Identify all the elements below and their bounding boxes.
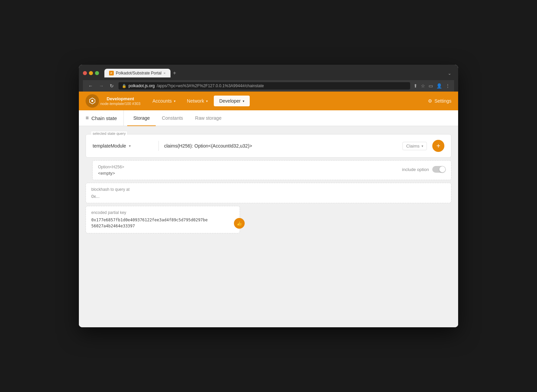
option-type-label: Option<H256>	[98, 165, 124, 169]
nav-accounts[interactable]: Accounts ▾	[147, 96, 181, 106]
browser-tab[interactable]: P Polkadot/Substrate Portal ×	[104, 69, 170, 77]
profile-icon[interactable]: 👤	[436, 83, 442, 89]
tab-storage[interactable]: Storage	[127, 111, 156, 126]
address-bar-row: ← → ↻ 🔒 polkadot.js.org /apps/?rpc=ws%3A…	[83, 80, 454, 92]
tab-close-btn[interactable]: ×	[163, 71, 165, 75]
new-tab-btn[interactable]: +	[170, 68, 179, 78]
blockhash-input[interactable]	[91, 194, 446, 199]
app-logo	[86, 94, 99, 108]
lock-icon: 🔒	[122, 84, 127, 88]
claims-caret-icon: ▾	[422, 144, 423, 148]
browser-actions: ⬆ ☆ ▭ 👤 ⋮	[413, 83, 450, 89]
encoded-key-value: 0x177e6857fb1d0e409376122fee3ad4f89c5d79…	[91, 217, 234, 229]
option-value-label: <empty>	[98, 171, 124, 176]
claims-dropdown[interactable]: Claims ▾	[402, 142, 427, 150]
option-card: Option<H256> <empty> include option	[92, 160, 451, 180]
accounts-caret-icon: ▾	[174, 99, 176, 103]
nav-menu: Accounts ▾ Network ▾ Developer ▾ ⚙ Setti…	[147, 96, 451, 106]
module-caret-icon: ▾	[129, 144, 131, 148]
nav-network[interactable]: Network ▾	[182, 96, 213, 106]
tab-title: Polkadot/Substrate Portal	[116, 71, 161, 75]
svg-point-1	[91, 100, 93, 102]
nav-developer[interactable]: Developer ▾	[214, 96, 250, 106]
chain-state-icon: ≡	[86, 115, 89, 121]
browser-menu-btn[interactable]: ⌄	[448, 71, 454, 76]
query-card: selected state query templateModule ▾ cl…	[86, 134, 451, 158]
network-info: Development node-template/100 #303	[100, 96, 140, 106]
tab-favicon: P	[109, 71, 114, 75]
app-content: Development node-template/100 #303 Accou…	[79, 92, 458, 327]
include-option-label: include option	[402, 167, 429, 172]
browser-window: P Polkadot/Substrate Portal × + ⌄ ← → ↻ …	[79, 65, 458, 327]
nav-settings[interactable]: ⚙ Settings	[428, 98, 451, 104]
network-caret-icon: ▾	[206, 99, 208, 103]
share-icon[interactable]: ⬆	[413, 83, 418, 89]
toggle-knob	[439, 166, 445, 172]
forward-btn[interactable]: →	[98, 82, 105, 89]
encoded-key-label: encoded partial key	[91, 210, 234, 215]
network-sub: node-template/100 #303	[100, 102, 140, 106]
query-section-label: selected state query	[91, 131, 127, 135]
copy-key-btn[interactable]: 👍	[234, 218, 245, 229]
sidebar-icon[interactable]: ▭	[429, 83, 433, 89]
main-content: selected state query templateModule ▾ cl…	[79, 126, 458, 327]
address-bar[interactable]: 🔒 polkadot.js.org /apps/?rpc=ws%3A%2F%2F…	[118, 82, 410, 90]
nav-bar: Development node-template/100 #303 Accou…	[79, 92, 458, 110]
bookmark-icon[interactable]: ☆	[421, 83, 425, 89]
query-separator	[158, 141, 159, 151]
sub-nav-tabs: Storage Constants Raw storage	[127, 111, 228, 126]
close-traffic-light[interactable]	[83, 71, 87, 75]
blockhash-label: blockhash to query at	[91, 187, 446, 192]
blockhash-text-input[interactable]	[91, 194, 446, 199]
chain-state-label: ≡ Chain state	[86, 110, 124, 126]
add-query-btn[interactable]: +	[432, 140, 444, 152]
url-path: /apps/?rpc=ws%3A%2F%2F127.0.0.1%3A9944#/…	[157, 83, 264, 88]
network-name: Development	[100, 96, 140, 102]
include-option-toggle[interactable]	[432, 166, 446, 173]
more-icon[interactable]: ⋮	[445, 83, 450, 89]
minimize-traffic-light[interactable]	[89, 71, 93, 75]
developer-caret-icon: ▾	[243, 99, 244, 103]
sub-nav: ≡ Chain state Storage Constants Raw stor…	[79, 110, 458, 126]
maximize-traffic-light[interactable]	[95, 71, 99, 75]
refresh-btn[interactable]: ↻	[108, 82, 115, 89]
settings-gear-icon: ⚙	[428, 98, 432, 104]
tab-constants[interactable]: Constants	[156, 111, 189, 126]
url-domain: polkadot.js.org	[129, 83, 155, 88]
query-value: claims(H256): Option<(AccountId32,u32)>	[164, 143, 397, 149]
tab-raw-storage[interactable]: Raw storage	[189, 111, 228, 126]
module-select[interactable]: templateModule ▾	[93, 143, 153, 149]
back-btn[interactable]: ←	[87, 82, 94, 89]
encoded-key-wrapper: encoded partial key 0x177e6857fb1d0e4093…	[86, 206, 240, 233]
encoded-key-card: encoded partial key 0x177e6857fb1d0e4093…	[86, 206, 240, 233]
browser-chrome: P Polkadot/Substrate Portal × + ⌄ ← → ↻ …	[79, 65, 458, 92]
blockhash-card: blockhash to query at	[86, 183, 451, 203]
